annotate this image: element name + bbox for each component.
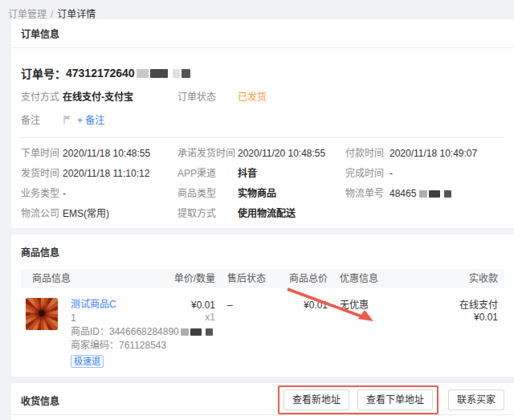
col-product-info: 商品信息: [32, 269, 71, 288]
discount-value: 无优惠: [340, 300, 369, 312]
order-info-card: 订单信息 订单号： 47312172640 支付方式 在线支付-支付宝 订单状态…: [11, 19, 514, 228]
ship-time-value: 2020/11/18 11:10:12: [63, 169, 177, 178]
aftersale-status-value: –: [227, 300, 233, 312]
breadcrumb-order-detail: 订单详情: [57, 9, 96, 20]
col-received-amount: 实收款: [469, 269, 498, 288]
add-remark-link[interactable]: + 备注: [77, 112, 104, 126]
fast-refund-badge: 极速退: [71, 355, 104, 368]
app-channel-value: 抖音: [238, 169, 345, 178]
order-detail-page: 订单管理/订单详情 订单信息 订单号： 47312172640 支付方式 在线支…: [0, 0, 514, 420]
col-discount-info: 优惠信息: [340, 269, 378, 288]
order-number-line: 订单号： 47312172640: [21, 65, 504, 81]
product-id-value: 3446668284890: [109, 325, 179, 339]
view-new-address-button[interactable]: 查看新地址: [284, 389, 349, 410]
received-amount: ¥0.01: [459, 312, 498, 324]
unit-price: ¥0.01: [135, 300, 215, 312]
tracking-no-value: 48465: [390, 189, 416, 198]
promise-ship-time-label: 承诺发货时间: [177, 149, 238, 158]
order-status-badge: 已发货: [238, 92, 345, 103]
product-type-label: 商品类型: [177, 189, 238, 198]
breadcrumb: 订单管理/订单详情: [0, 0, 514, 19]
col-unit-price-qty: 单价/数量: [135, 269, 215, 288]
business-type-label: 业务类型: [21, 189, 63, 198]
product-table: 商品信息 单价/数量 售后状态 商品总价 优惠信息 实收款 测试商品C 1 商品…: [21, 269, 504, 370]
complete-time-label: 完成时间: [345, 169, 390, 178]
order-number-label: 订单号：: [21, 65, 66, 81]
product-table-row: 测试商品C 1 商品ID： 3446668284890 商家编码： 761128…: [21, 298, 504, 370]
delivery-info-title: 收货信息: [21, 393, 59, 407]
breadcrumb-separator: /: [51, 9, 53, 20]
remark-label: 备注: [21, 112, 63, 126]
product-info-card: 商品信息 商品信息 单价/数量 售后状态 商品总价 优惠信息 实收款 测试商品C…: [11, 234, 514, 377]
order-number-value: 47312172640: [66, 67, 135, 80]
product-id-label: 商品ID：: [71, 325, 109, 339]
payment-method-label: 支付方式: [21, 92, 63, 103]
merchant-code-label: 商家编码：: [71, 339, 119, 353]
pickup-method-label: 提取方式: [177, 209, 238, 218]
business-type-value: -: [63, 189, 177, 198]
order-time-label: 下单时间: [21, 149, 63, 158]
received-method: 在线支付: [459, 300, 498, 312]
order-detail-grid: 下单时间 2020/11/18 10:48:55 承诺发货时间 2020/11/…: [21, 149, 504, 222]
merchant-code-value: 761128543: [119, 339, 166, 353]
total-price-value: ¥0.01: [251, 300, 328, 312]
order-number-redacted-blur: [137, 69, 190, 78]
promise-ship-time-value: 2020/11/20 10:48:55: [238, 149, 345, 158]
order-time-value: 2020/11/18 10:48:55: [63, 149, 177, 158]
product-type-value: 实物商品: [238, 189, 345, 198]
pay-time-label: 付款时间: [345, 149, 390, 158]
divider: [21, 137, 504, 138]
col-total-price: 商品总价: [251, 269, 328, 288]
contact-buyer-button[interactable]: 联系买家: [448, 389, 504, 410]
tracking-no-label: 物流单号: [345, 189, 390, 198]
order-info-title: 订单信息: [21, 27, 59, 40]
annotation-rectangle: 查看新地址 查看下单地址: [278, 385, 439, 414]
pay-time-value: 2020/11/18 10:49:07: [390, 149, 504, 158]
logistics-company-value: EMS(常用): [63, 209, 177, 218]
logistics-company-label: 物流公司: [21, 209, 63, 218]
flag-icon: [63, 115, 72, 124]
breadcrumb-order-management[interactable]: 订单管理: [8, 9, 47, 20]
pickup-method-value: 使用物流配送: [238, 209, 345, 218]
order-status-label: 订单状态: [177, 92, 238, 103]
payment-method-value: 在线支付-支付宝: [63, 92, 177, 103]
ship-time-label: 发货时间: [21, 169, 63, 178]
app-channel-label: APP渠道: [177, 169, 238, 178]
product-id-redacted-blur: [181, 328, 213, 336]
quantity: x1: [135, 312, 215, 324]
remark-row: 备注 + 备注: [21, 112, 504, 126]
payment-status-row: 支付方式 在线支付-支付宝 订单状态 已发货: [21, 92, 504, 103]
product-info-title: 商品信息: [21, 245, 504, 259]
delivery-info-card: 收货信息 查看新地址 查看下单地址 联系买家 收货人 *** 联系方式 *** …: [11, 383, 514, 420]
tracking-no-redacted-blur: [419, 190, 451, 198]
view-order-address-button[interactable]: 查看下单地址: [357, 389, 433, 410]
product-image[interactable]: [26, 298, 58, 330]
product-table-header: 商品信息 单价/数量 售后状态 商品总价 优惠信息 实收款: [21, 269, 504, 288]
complete-time-value: -: [390, 169, 504, 178]
delivery-actions: 查看新地址 查看下单地址 联系买家: [278, 389, 504, 410]
